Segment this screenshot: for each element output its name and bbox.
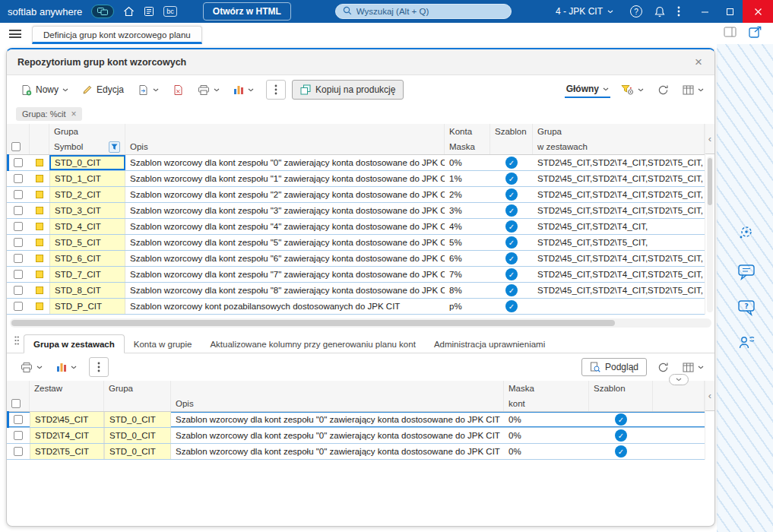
row-symbol-cell[interactable]: STD_7_CIT [49,267,125,282]
vertical-scrollbar[interactable] [707,157,713,312]
row-szablon-cell[interactable]: ✓ [589,444,653,459]
print-button[interactable] [192,80,226,100]
collapse-side-column-icon[interactable]: ‹ [705,124,714,154]
row-zestawy-cell[interactable]: STD2\45_CIT,STD2\T4_CIT, [533,219,705,234]
row-checkbox[interactable] [14,238,23,247]
delete-document-button[interactable] [166,80,190,100]
help-chat-icon[interactable]: ? [737,298,756,318]
chat-icon[interactable] [737,262,756,282]
row-symbol-cell[interactable]: STD_P_CIT [49,299,125,314]
notifications-bell-icon[interactable] [654,6,665,17]
row-opis-cell[interactable]: Szablon wzorcowy dla kont zespołu "6" za… [125,251,445,266]
filter-chip[interactable]: Grupa: %cit × [16,107,82,121]
row-opis-cell[interactable]: Szablon wzorcowy dla kont zespołu "8" za… [125,283,445,298]
drag-handle-icon[interactable] [14,336,19,347]
row-szablon-cell[interactable]: ✓ [490,235,533,250]
row-zestawy-cell[interactable]: STD2\45_CIT,STD2\T4_CIT,STD2\T5_CIT, [533,203,705,218]
row-opis-cell[interactable]: Szablon wzorcowy dla kont zespołu "1" za… [125,171,445,186]
column-header-zestawy[interactable]: Grupaw zestawach [533,124,705,154]
main-table-row[interactable]: STD_6_CITSzablon wzorcowy dla kont zespo… [7,251,705,267]
document-tab[interactable]: Definicja grup kont wzorcowego planu [32,26,202,44]
row-zestawy-cell[interactable]: STD2\45_CIT,STD2\T5_CIT, [533,235,705,250]
row-symbol-cell[interactable]: STD_2_CIT [49,187,125,202]
row-symbol-cell[interactable]: STD_5_CIT [49,235,125,250]
main-table-row[interactable]: STD_P_CITSzablon wzorcowy kont pozabilan… [7,299,705,315]
bc-icon[interactable]: bc [163,6,177,17]
row-maska-cell[interactable]: 7% [445,267,490,282]
copy-to-production-button[interactable]: Kopiuj na produkcję [292,80,404,100]
horizontal-scrollbar-thumb[interactable] [11,320,615,326]
main-table-row[interactable]: STD_8_CITSzablon wzorcowy dla kont zespo… [7,283,705,299]
row-szablon-cell[interactable]: ✓ [490,299,533,314]
main-table-row[interactable]: STD_4_CITSzablon wzorcowy dla kont zespo… [7,219,705,235]
column-header-zestaw[interactable]: Zestaw [30,381,104,411]
select-all-checkbox[interactable] [11,142,21,151]
row-zestawy-cell[interactable]: STD2\45_CIT,STD2\T4_CIT,STD2\T5_CIT, [533,267,705,282]
row-grupa-cell[interactable]: STD_0_CIT [104,428,171,443]
row-checkbox[interactable] [14,158,23,167]
window-maximize-button[interactable] [718,0,743,23]
tab-aktualizowane-kolumny[interactable]: Aktualizowane kolumny przy generowaniu p… [201,335,424,353]
row-szablon-cell[interactable]: ✓ [490,203,533,218]
row-opis-cell[interactable]: Szablon wzorcowy dla kont zespołu "5" za… [125,235,445,250]
row-zestawy-cell[interactable]: STD2\45_CIT,STD2\T4_CIT,STD2\T5_CIT, [533,251,705,266]
row-zestaw-cell[interactable]: STD2\T5_CIT [30,444,104,459]
row-maska-cell[interactable]: 8% [445,283,490,298]
column-header-detail-opis[interactable]: Opis [171,381,504,411]
detail-kebab-button[interactable] [89,357,109,377]
context-selector[interactable]: 4 - JPK CIT [556,6,613,17]
vertical-scrollbar-thumb[interactable] [708,158,712,205]
edit-button[interactable]: Edycja [76,80,130,100]
row-szablon-cell[interactable]: ✓ [490,267,533,282]
detail-refresh-button[interactable] [654,359,672,376]
row-maska-cell[interactable]: 6% [445,251,490,266]
row-symbol-cell[interactable]: STD_3_CIT [49,203,125,218]
row-checkbox[interactable] [14,447,23,456]
row-szablon-cell[interactable]: ✓ [589,428,653,443]
preview-button[interactable]: Podgląd [581,358,647,376]
detail-print-button[interactable] [14,357,49,378]
new-button[interactable]: Nowy [14,80,74,100]
row-maska-cell[interactable]: 1% [445,171,490,186]
chart-button[interactable] [227,81,260,100]
row-opis-cell[interactable]: Szablon wzorcowy dla kont zespołu "0" za… [171,412,504,427]
home-icon[interactable] [123,6,135,17]
detail-table-row[interactable]: STD2\T4_CITSTD_0_CITSzablon wzorcowy dla… [7,428,705,444]
tab-konta-w-grupie[interactable]: Konta w grupie [125,335,201,353]
main-table-row[interactable]: STD_3_CITSzablon wzorcowy dla kont zespo… [7,203,705,219]
row-maska-cell[interactable]: p% [445,299,490,314]
contact-icon[interactable] [737,333,756,353]
row-szablon-cell[interactable]: ✓ [589,412,653,427]
row-grupa-cell[interactable]: STD_0_CIT [104,412,171,427]
main-table-row[interactable]: STD_2_CITSzablon wzorcowy dla kont zespo… [7,187,705,203]
detail-table-row[interactable]: STD2\45_CITSTD_0_CITSzablon wzorcowy dla… [7,412,705,428]
row-symbol-cell[interactable]: STD_1_CIT [49,171,125,186]
window-close-button[interactable] [743,0,773,23]
panel-close-icon[interactable]: × [693,55,704,68]
detail-table-row[interactable]: STD2\T5_CITSTD_0_CITSzablon wzorcowy dla… [7,444,705,460]
collapse-detail-panel-button[interactable] [669,374,689,385]
main-table-row[interactable]: STD_5_CITSzablon wzorcowy dla kont zespo… [7,235,705,251]
row-opis-cell[interactable]: Szablon wzorcowy dla kont zespołu "0" za… [171,444,504,459]
forms-icon[interactable] [144,6,154,17]
row-checkbox[interactable] [14,286,23,295]
row-maska-cell[interactable]: 2% [445,187,490,202]
tab-grupa-w-zestawach[interactable]: Grupa w zestawach [24,334,125,353]
window-minimize-button[interactable] [692,0,718,23]
help-icon[interactable]: ? [630,5,642,17]
row-szablon-cell[interactable]: ✓ [490,171,533,186]
row-opis-cell[interactable]: Szablon wzorcowy dla kont zespołu "0" za… [171,428,504,443]
row-maska-cell[interactable]: 0% [445,155,490,170]
column-header-maska-kont[interactable]: Maskakont [504,381,589,411]
column-header-symbol[interactable]: Grupa Symbol [49,124,125,154]
column-filter-icon[interactable] [109,141,120,153]
refresh-button[interactable] [654,81,672,99]
row-checkbox[interactable] [14,174,23,183]
row-zestaw-cell[interactable]: STD2\45_CIT [30,412,104,427]
tab-administracja-uprawnieniami[interactable]: Administracja uprawnieniami [425,335,554,353]
row-symbol-cell[interactable]: STD_0_CIT [49,155,125,170]
more-tools-kebab-button[interactable] [266,80,286,100]
row-maska-cell[interactable]: 0% [504,428,589,443]
row-symbol-cell[interactable]: STD_8_CIT [49,283,125,298]
row-opis-cell[interactable]: Szablon wzorcowy dla kont zespołu "3" za… [125,203,445,218]
